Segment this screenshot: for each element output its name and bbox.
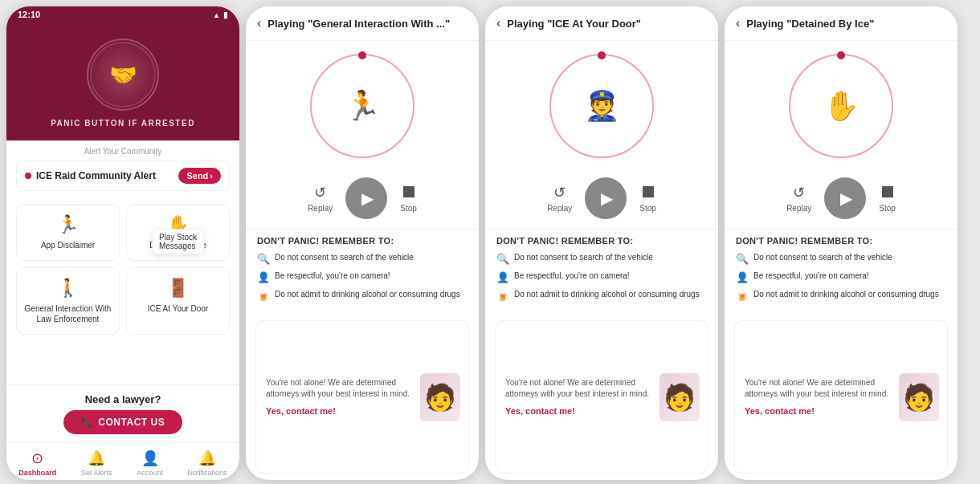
lawyer-contact-ice-door[interactable]: Yes, contact me! <box>505 406 575 416</box>
notifications-nav-label: Notifications <box>188 469 227 477</box>
reminder-item-2-ice-door: 👤 Be respectful, you're on camera! <box>496 270 707 283</box>
player-controls-ice-door: ↺ Replay ▶ Stop <box>485 171 718 229</box>
contact-us-button[interactable]: 📞 CONTACT US <box>63 410 182 434</box>
stop-label-general: Stop <box>400 204 417 213</box>
lawyer-card-ice-door: You're not alone! We are determined atto… <box>495 320 708 474</box>
play-button-detained[interactable]: ▶ <box>824 177 866 219</box>
grid-item-app-disclaimer[interactable]: 🏃 App Disclaimer <box>16 204 120 261</box>
play-button-ice-door[interactable]: ▶ <box>585 177 627 219</box>
stop-icon-ice-door <box>643 185 654 201</box>
set-alerts-icon: 🔔 <box>88 449 105 467</box>
play-triangle-ice-door: ▶ <box>601 189 613 208</box>
lawyer-section: Need a lawyer? 📞 CONTACT US <box>6 384 239 442</box>
player-controls-general: ↺ Replay ▶ Stop <box>246 171 479 229</box>
replay-button-ice-door[interactable]: ↺ Replay <box>547 184 572 213</box>
dashboard-nav-label: Dashboard <box>18 469 56 477</box>
reminder-item-1-detained: 🔍 Do not consent to search of the vehicl… <box>736 252 946 265</box>
viz-icon-general: 🏃 <box>345 89 381 123</box>
nav-account[interactable]: 👤 Account <box>137 449 163 477</box>
reminder-text-2-general: Be respectful, you're on camera! <box>275 270 390 282</box>
notifications-icon: 🔔 <box>198 449 216 467</box>
play-button-general[interactable]: ▶ <box>345 177 387 219</box>
search-icon-ice-door-1: 🔍 <box>496 253 509 265</box>
grid-item-ice-door[interactable]: 🚪 ICE At Your Door <box>126 267 230 335</box>
back-button-detained[interactable]: ‹ <box>736 16 740 31</box>
stop-button-general[interactable]: Stop <box>400 185 417 213</box>
account-icon: 👤 <box>141 449 159 467</box>
player-viz-general: 🏃 <box>246 41 479 171</box>
wifi-icon <box>213 10 220 19</box>
nav-notifications[interactable]: 🔔 Notifications <box>188 449 227 477</box>
viz-circle-ice-door: 👮 <box>549 54 654 158</box>
reminder-text-1-detained: Do not consent to search of the vehicle <box>753 252 892 263</box>
play-triangle-general: ▶ <box>361 189 374 208</box>
replay-icon-ice-door: ↺ <box>553 184 566 201</box>
lawyer-text-detained: You're not alone! We are determined atto… <box>745 377 892 417</box>
reminder-item-1-general: 🔍 Do not consent to search of the vehicl… <box>257 252 468 265</box>
reminder-text-1-general: Do not consent to search of the vehicle <box>275 252 414 263</box>
camera-icon-ice-door-2: 👤 <box>496 271 509 283</box>
alert-section-title: Alert Your Community <box>16 147 230 156</box>
stop-label-ice-door: Stop <box>639 204 656 213</box>
drink-icon-ice-door-3: 🍺 <box>496 290 509 302</box>
alert-text: ICE Raid Community Alert <box>36 170 156 181</box>
dashboard-phone: 12:10 🤝 PANIC BUTTON IF ARRESTED Alert Y… <box>6 6 239 480</box>
player-header-general: ‹ Playing "General Interaction With ..." <box>246 6 479 41</box>
reminder-text-2-ice-door: Be respectful, you're on camera! <box>514 270 630 282</box>
lawyer-desc-ice-door: You're not alone! We are determined atto… <box>505 377 653 400</box>
grid-item-detained[interactable]: ✋ Detained By Ice Play StockMessages <box>126 204 230 261</box>
panic-icon: 🤝 <box>109 62 137 88</box>
lawyer-photo-general: 🧑 <box>420 373 460 421</box>
grid-item-general[interactable]: 🚶 General Interaction With Law Enforceme… <box>16 267 120 335</box>
replay-button-detained[interactable]: ↺ Replay <box>786 184 811 213</box>
status-icons <box>213 10 228 19</box>
reminder-item-2-general: 👤 Be respectful, you're on camera! <box>257 270 468 283</box>
drink-icon-3: 🍺 <box>257 290 270 302</box>
nav-set-alerts[interactable]: 🔔 Set Alerts <box>81 449 112 477</box>
viz-dot-detained <box>837 51 845 59</box>
ice-door-icon: 🚪 <box>167 278 189 299</box>
play-triangle-detained: ▶ <box>840 189 852 208</box>
lawyer-desc-detained: You're not alone! We are determined atto… <box>745 377 892 400</box>
lawyer-contact-general[interactable]: Yes, contact me! <box>266 406 336 416</box>
battery-icon <box>223 10 228 19</box>
stop-button-ice-door[interactable]: Stop <box>639 185 656 213</box>
player-title-detained: Playing "Detained By Ice" <box>746 18 946 30</box>
app-disclaimer-icon: 🏃 <box>57 214 79 235</box>
search-icon-1: 🔍 <box>257 253 270 265</box>
lawyer-card-general: You're not alone! We are determined atto… <box>255 320 469 474</box>
general-label: General Interaction With Law Enforcement <box>23 303 112 324</box>
camera-icon-2: 👤 <box>257 271 270 283</box>
reminder-item-3-general: 🍺 Do not admit to drinking alcohol or co… <box>257 289 468 302</box>
reminder-item-1-ice-door: 🔍 Do not consent to search of the vehicl… <box>496 252 707 265</box>
stop-button-detained[interactable]: Stop <box>879 185 896 213</box>
replay-button-general[interactable]: ↺ Replay <box>308 184 333 213</box>
play-tooltip: Play StockMessages <box>152 229 204 254</box>
lawyer-contact-detained[interactable]: Yes, contact me! <box>745 406 815 416</box>
viz-circle-general: 🏃 <box>310 54 414 158</box>
nav-dashboard[interactable]: ⊙ Dashboard <box>18 449 56 477</box>
panic-header: 🤝 PANIC BUTTON IF ARRESTED <box>6 22 239 140</box>
ice-door-label: ICE At Your Door <box>148 303 209 314</box>
reminder-text-1-ice-door: Do not consent to search of the vehicle <box>514 252 653 263</box>
status-time: 12:10 <box>18 10 40 19</box>
reminder-item-2-detained: 👤 Be respectful, you're on camera! <box>736 270 946 283</box>
panic-button[interactable]: 🤝 <box>87 39 159 111</box>
reminder-item-3-ice-door: 🍺 Do not admit to drinking alcohol or co… <box>496 289 707 302</box>
back-button-ice-door[interactable]: ‹ <box>496 16 500 31</box>
reminder-text-3-ice-door: Do not admit to drinking alcohol or cons… <box>514 289 700 300</box>
stop-label-detained: Stop <box>879 204 896 213</box>
reminder-title-general: DON'T PANIC! REMEMBER TO: <box>257 236 468 246</box>
panic-label: PANIC BUTTON IF ARRESTED <box>51 119 195 128</box>
player-screen-detained: ‹ Playing "Detained By Ice" ✋ ↺ Replay ▶… <box>725 6 958 480</box>
send-button[interactable]: Send › <box>178 168 221 184</box>
lawyer-photo-detained: 🧑 <box>899 373 939 421</box>
replay-icon-general: ↺ <box>314 184 326 201</box>
back-button-general[interactable]: ‹ <box>257 16 261 31</box>
grid-2x2: 🏃 App Disclaimer ✋ Detained By Ice Play … <box>16 204 230 335</box>
viz-icon-ice-door: 👮 <box>584 89 620 123</box>
replay-label-ice-door: Replay <box>547 204 572 213</box>
player-title-general: Playing "General Interaction With ..." <box>267 18 468 30</box>
alert-left: ICE Raid Community Alert <box>25 170 156 181</box>
viz-dot-ice-door <box>598 51 606 59</box>
